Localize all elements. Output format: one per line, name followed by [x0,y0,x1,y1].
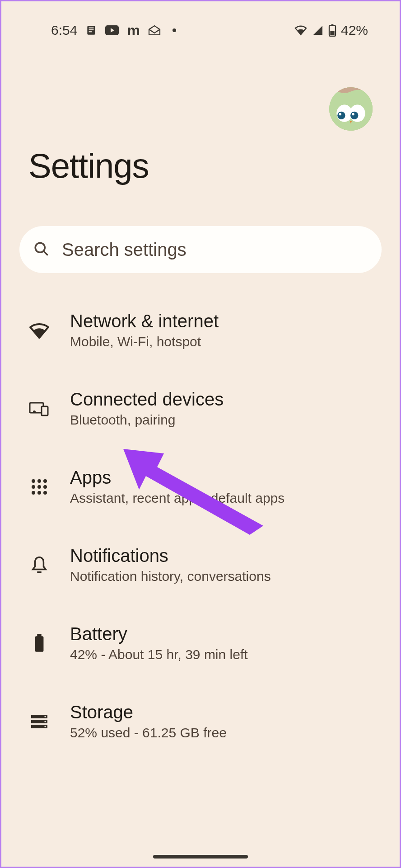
item-sub: Mobile, Wi-Fi, hotspot [70,334,219,349]
settings-item-battery[interactable]: Battery 42% - About 15 hr, 39 min left [19,604,382,682]
svg-point-29 [37,491,41,495]
svg-point-21 [33,410,36,413]
item-sub: Assistant, recent apps, default apps [70,491,284,506]
svg-point-26 [37,485,41,489]
search-icon [33,241,49,259]
status-right: 42% [294,23,368,38]
item-title: Network & internet [70,311,219,331]
settings-item-apps[interactable]: Apps Assistant, recent apps, default app… [19,448,382,526]
mail-icon [148,25,161,36]
battery-icon [328,24,336,37]
item-title: Battery [70,624,248,644]
youtube-icon [105,25,119,35]
svg-point-27 [43,485,47,489]
gesture-bar[interactable] [153,855,248,859]
svg-point-15 [352,113,354,116]
status-bar: 6:54 m 42% [1,1,400,42]
signal-icon [312,25,324,36]
svg-rect-33 [37,634,41,637]
header: Settings [1,42,400,203]
svg-line-18 [43,251,47,255]
item-sub: 42% - About 15 hr, 39 min left [70,647,248,662]
svg-rect-32 [35,636,44,652]
svg-point-39 [44,726,46,727]
more-dot-icon [173,28,176,32]
battery-settings-icon [28,632,50,654]
svg-rect-7 [331,24,334,26]
svg-rect-3 [89,31,92,32]
search-bar[interactable]: Search settings [19,226,382,273]
item-title: Connected devices [70,389,224,410]
svg-point-24 [43,479,47,483]
search-placeholder: Search settings [62,240,187,260]
wifi-icon [294,25,308,36]
settings-item-connected[interactable]: Connected devices Bluetooth, pairing [19,369,382,448]
svg-rect-2 [89,29,94,30]
status-battery-text: 42% [341,23,368,38]
svg-point-23 [37,479,41,483]
svg-rect-20 [42,406,48,415]
devices-icon [28,398,50,420]
settings-item-notifications[interactable]: Notifications Notification history, conv… [19,526,382,604]
svg-point-13 [350,112,358,119]
status-time: 6:54 [51,23,77,38]
wifi-settings-icon [28,320,50,341]
svg-point-28 [32,491,35,495]
item-title: Apps [70,467,284,488]
settings-list: Network & internet Mobile, Wi-Fi, hotspo… [1,273,400,760]
item-title: Notifications [70,546,271,566]
item-title: Storage [70,702,227,722]
item-sub: Notification history, conversations [70,569,271,584]
svg-rect-1 [89,28,94,28]
reader-icon [85,24,97,36]
m-icon: m [127,22,140,39]
svg-point-14 [339,113,341,116]
apps-icon [28,476,50,498]
svg-point-25 [32,485,35,489]
item-sub: Bluetooth, pairing [70,412,224,428]
page-title: Settings [28,146,373,185]
settings-item-network[interactable]: Network & internet Mobile, Wi-Fi, hotspo… [19,291,382,369]
status-left: 6:54 m [51,22,176,39]
settings-item-storage[interactable]: Storage 52% used - 61.25 GB free [19,682,382,760]
svg-point-37 [44,716,46,717]
storage-icon [28,711,50,732]
svg-rect-8 [330,31,334,35]
bell-icon [28,554,50,576]
svg-point-22 [32,479,35,483]
svg-point-38 [44,721,46,722]
svg-point-30 [43,491,47,495]
svg-point-12 [337,112,345,119]
profile-avatar[interactable] [329,87,373,131]
item-sub: 52% used - 61.25 GB free [70,725,227,741]
